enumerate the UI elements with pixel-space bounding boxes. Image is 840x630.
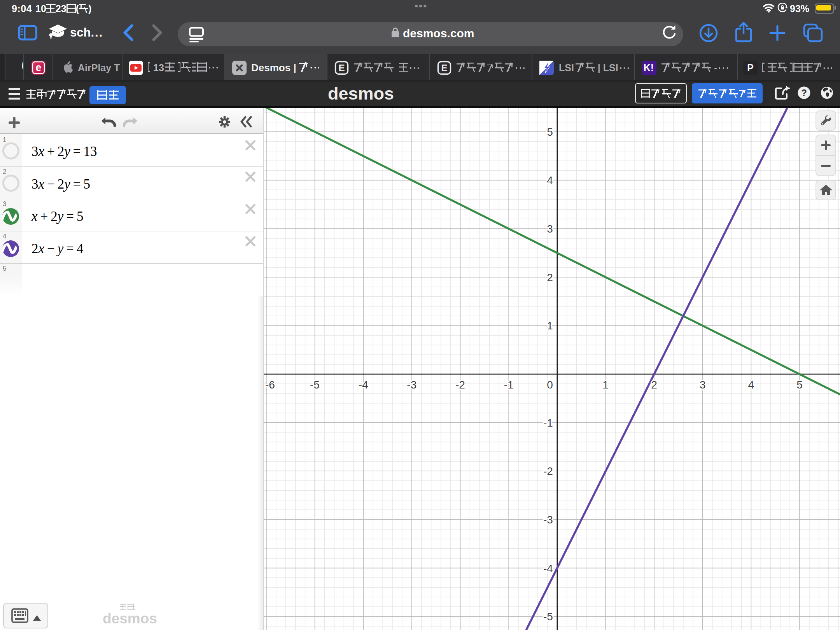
svg-text:-1: -1 xyxy=(504,379,514,391)
svg-text:5: 5 xyxy=(547,126,553,138)
svg-text:-4: -4 xyxy=(543,562,553,574)
svg-text:-2: -2 xyxy=(455,379,465,391)
svg-text:4: 4 xyxy=(547,174,553,186)
svg-text:e: e xyxy=(35,62,41,74)
svg-text:-3: -3 xyxy=(543,514,553,526)
svg-text:2: 2 xyxy=(547,271,553,284)
svg-text:5: 5 xyxy=(796,379,803,391)
svg-text:3: 3 xyxy=(700,379,706,391)
svg-text:-2: -2 xyxy=(543,465,553,477)
svg-text:-1: -1 xyxy=(543,417,553,429)
svg-text:2: 2 xyxy=(651,379,657,391)
svg-text:-5: -5 xyxy=(310,379,320,391)
svg-text:-3: -3 xyxy=(407,379,416,391)
svg-text:?: ? xyxy=(801,88,807,98)
svg-text:K!: K! xyxy=(644,62,654,73)
svg-text:4: 4 xyxy=(748,379,754,391)
svg-text:1: 1 xyxy=(547,320,553,332)
svg-text:E: E xyxy=(338,63,345,73)
svg-text:-5: -5 xyxy=(543,611,553,623)
svg-text:-6: -6 xyxy=(265,379,275,391)
svg-text:0: 0 xyxy=(547,379,553,391)
svg-text:1: 1 xyxy=(603,379,609,391)
svg-text:P: P xyxy=(747,62,754,73)
svg-text:-4: -4 xyxy=(359,379,368,391)
svg-text:E: E xyxy=(441,63,447,73)
svg-text:3: 3 xyxy=(547,223,553,235)
